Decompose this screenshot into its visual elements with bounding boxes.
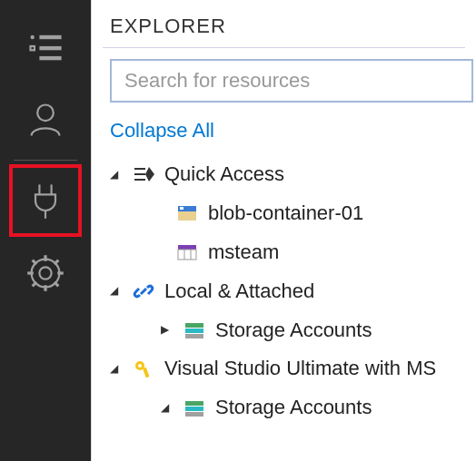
svg-rect-31 [185,329,203,333]
svg-rect-24 [178,211,196,221]
svg-line-16 [55,282,58,286]
svg-rect-26 [178,245,196,250]
svg-rect-37 [185,407,203,411]
chevron-down-icon: ◢ [110,280,123,301]
search-input[interactable] [110,59,473,103]
tree-label: Storage Accounts [215,388,372,427]
storage-stack-icon [183,397,206,420]
activity-bar [0,0,91,461]
svg-point-0 [31,35,35,39]
panel-title: EXPLORER [92,0,476,47]
svg-rect-27 [178,250,196,260]
tree-item-blob-container[interactable]: blob-container-01 [110,194,476,233]
svg-rect-35 [143,368,150,378]
table-icon [175,240,199,264]
activity-settings[interactable] [9,237,82,309]
resource-tree: ◢ Quick Access blob-container-01 msteam … [92,155,476,427]
link-icon [132,280,155,303]
svg-line-17 [55,260,58,264]
activity-account[interactable] [9,83,82,156]
svg-rect-36 [185,401,203,406]
activity-connect[interactable] [9,164,82,237]
person-icon [25,100,65,140]
svg-line-18 [33,282,36,286]
tree-node-quick-access[interactable]: ◢ Quick Access [110,155,476,194]
tree-label: Quick Access [164,155,284,194]
header-divider [103,47,465,48]
quick-access-icon [132,162,155,186]
svg-point-5 [37,105,54,122]
svg-rect-32 [185,334,203,338]
key-icon [132,358,155,381]
tree-label: Storage Accounts [215,311,372,350]
list-icon [25,27,65,67]
chevron-down-icon: ◢ [110,164,123,185]
blob-container-icon [175,201,199,225]
chevron-down-icon: ◢ [110,358,123,379]
chevron-right-icon: ▶ [161,319,174,340]
tree-node-local-attached[interactable]: ◢ Local & Attached [110,272,476,311]
storage-stack-icon [183,319,206,342]
svg-rect-38 [185,412,203,417]
tree-node-storage-accounts-sub[interactable]: ◢ Storage Accounts [110,388,476,427]
activity-divider [14,160,77,161]
svg-point-34 [138,364,142,368]
svg-point-9 [39,267,51,279]
tree-label: msteam [208,233,279,272]
svg-rect-2 [31,46,35,50]
gear-icon [25,253,65,293]
tree-node-storage-accounts-local[interactable]: ▶ Storage Accounts [110,311,476,350]
chevron-down-icon: ◢ [161,397,174,418]
tree-label: Visual Studio Ultimate with MS [164,349,436,388]
explorer-panel: EXPLORER Collapse All ◢ Quick Access blo… [91,0,476,461]
tree-label: blob-container-01 [208,194,363,233]
svg-rect-25 [180,207,183,210]
svg-marker-22 [145,167,154,181]
tree-label: Local & Attached [164,272,314,311]
search-wrap [92,59,476,115]
tree-item-msteam[interactable]: msteam [110,233,476,272]
svg-line-15 [33,260,36,264]
activity-explorer[interactable] [9,11,82,83]
plug-icon [25,181,65,221]
tree-node-subscription[interactable]: ◢ Visual Studio Ultimate with MS [110,349,476,388]
svg-rect-30 [185,323,203,328]
collapse-all-link[interactable]: Collapse All [92,115,476,155]
